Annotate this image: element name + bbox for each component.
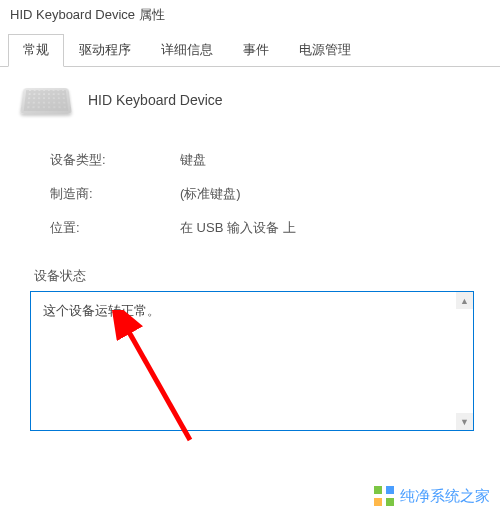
type-label: 设备类型: <box>50 151 180 169</box>
info-row-manufacturer: 制造商: (标准键盘) <box>22 177 478 211</box>
watermark-logo-icon <box>374 486 394 506</box>
scrollbar-down-icon[interactable]: ▼ <box>456 413 473 430</box>
status-label: 设备状态 <box>26 267 478 285</box>
tab-bar: 常规 驱动程序 详细信息 事件 电源管理 <box>0 34 500 67</box>
info-row-type: 设备类型: 键盘 <box>22 143 478 177</box>
tab-driver[interactable]: 驱动程序 <box>64 34 146 66</box>
tab-details[interactable]: 详细信息 <box>146 34 228 66</box>
type-value: 键盘 <box>180 151 206 169</box>
tab-events[interactable]: 事件 <box>228 34 284 66</box>
keyboard-icon <box>20 88 72 114</box>
tab-general[interactable]: 常规 <box>8 34 64 67</box>
tab-power[interactable]: 电源管理 <box>284 34 366 66</box>
status-section: 设备状态 这个设备运转正常。 ▲ ▼ <box>22 267 478 431</box>
watermark: 纯净系统之家 <box>374 486 490 506</box>
device-name: HID Keyboard Device <box>88 92 223 108</box>
info-row-location: 位置: 在 USB 输入设备 上 <box>22 211 478 245</box>
scrollbar-up-icon[interactable]: ▲ <box>456 292 473 309</box>
status-text: 这个设备运转正常。 <box>43 302 461 320</box>
content-panel: HID Keyboard Device 设备类型: 键盘 制造商: (标准键盘)… <box>0 67 500 449</box>
manufacturer-value: (标准键盘) <box>180 185 241 203</box>
window-title: HID Keyboard Device 属性 <box>0 0 500 30</box>
status-textbox[interactable]: 这个设备运转正常。 ▲ ▼ <box>30 291 474 431</box>
device-header: HID Keyboard Device <box>22 85 478 115</box>
location-label: 位置: <box>50 219 180 237</box>
location-value: 在 USB 输入设备 上 <box>180 219 296 237</box>
manufacturer-label: 制造商: <box>50 185 180 203</box>
watermark-text: 纯净系统之家 <box>400 487 490 506</box>
